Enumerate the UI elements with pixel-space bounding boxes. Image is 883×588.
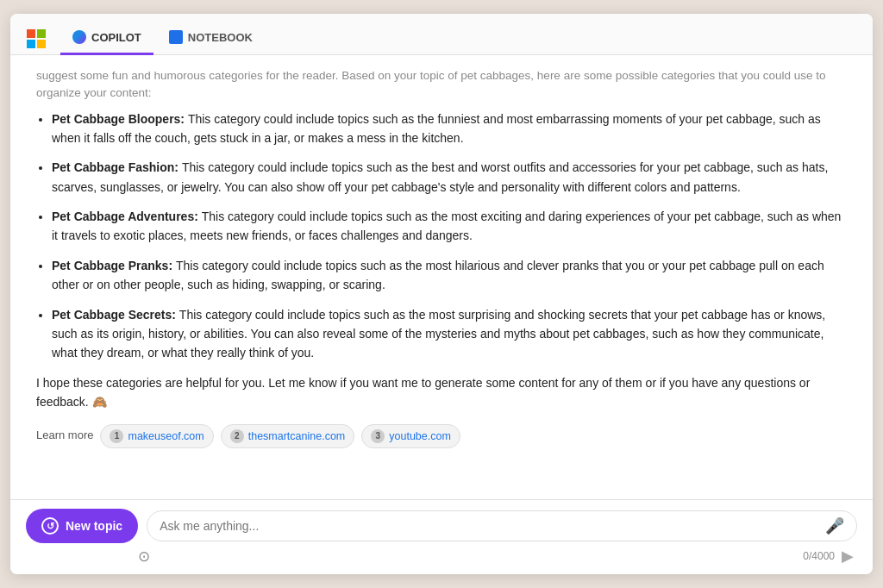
source-num-2: 3	[371, 429, 385, 443]
app-window: COPILOT NOTEBOOK suggest some fun and hu…	[10, 14, 873, 574]
bottom-bar: ↺ New topic 🎤 ⊙ 0/4000 ▶	[10, 499, 873, 574]
ask-input[interactable]	[160, 519, 825, 533]
list-item: Pet Cabbage Secrets: This category could…	[52, 305, 847, 363]
new-topic-label: New topic	[66, 519, 122, 533]
bullet-title-0: Pet Cabbage Bloopers:	[52, 112, 188, 126]
source-chip-0[interactable]: 1 makeuseof.com	[100, 424, 213, 448]
source-chip-2[interactable]: 3 youtube.com	[361, 424, 460, 448]
input-meta-row: ⊙ 0/4000 ▶	[26, 547, 857, 566]
svg-rect-3	[37, 40, 46, 48]
main-content: suggest some fun and humorous categories…	[10, 55, 873, 499]
source-url-2: youtube.com	[389, 428, 451, 445]
fade-top-text: suggest some fun and humorous categories…	[36, 67, 847, 103]
learn-more-label: Learn more	[36, 427, 93, 445]
ask-input-wrapper: 🎤	[147, 510, 857, 541]
list-item: Pet Cabbage Pranks: This category could …	[52, 256, 847, 295]
tab-notebook[interactable]: NOTEBOOK	[157, 23, 265, 55]
new-topic-button[interactable]: ↺ New topic	[26, 509, 138, 543]
input-row: ↺ New topic 🎤	[26, 509, 857, 543]
svg-rect-0	[27, 29, 35, 38]
source-num-0: 1	[110, 429, 123, 443]
source-num-1: 2	[230, 429, 244, 443]
svg-rect-1	[37, 29, 46, 38]
bullet-title-4: Pet Cabbage Secrets:	[52, 308, 179, 322]
bullet-title-3: Pet Cabbage Pranks:	[52, 259, 176, 272]
send-button[interactable]: ▶	[842, 547, 854, 566]
mic-icon[interactable]: 🎤	[825, 516, 844, 535]
tab-notebook-label: NOTEBOOK	[188, 31, 253, 44]
scan-icon[interactable]: ⊙	[138, 547, 150, 566]
ms-logo-icon	[26, 28, 47, 49]
tab-copilot-label: COPILOT	[91, 31, 141, 44]
copilot-icon	[72, 30, 86, 44]
source-url-0: makeuseof.com	[128, 428, 204, 445]
bullet-list: Pet Cabbage Bloopers: This category coul…	[52, 109, 847, 363]
tab-copilot[interactable]: COPILOT	[60, 23, 153, 55]
notebook-icon	[169, 30, 183, 44]
header-bar: COPILOT NOTEBOOK	[10, 14, 873, 55]
bullet-title-2: Pet Cabbage Adventures:	[52, 210, 202, 223]
list-item: Pet Cabbage Bloopers: This category coul…	[52, 109, 847, 148]
char-count: 0/4000	[803, 550, 835, 562]
closing-text: I hope these categories are helpful for …	[36, 373, 847, 412]
source-url-1: thesmartcanine.com	[248, 428, 346, 445]
learn-more-row: Learn more 1 makeuseof.com 2 thesmartcan…	[36, 424, 847, 448]
send-icon: ▶	[842, 547, 854, 566]
source-chip-1[interactable]: 2 thesmartcanine.com	[221, 424, 355, 448]
new-topic-icon: ↺	[41, 517, 59, 535]
svg-rect-2	[27, 40, 35, 48]
list-item: Pet Cabbage Adventures: This category co…	[52, 207, 847, 246]
list-item: Pet Cabbage Fashion: This category could…	[52, 158, 847, 197]
bullet-title-1: Pet Cabbage Fashion:	[52, 160, 182, 174]
